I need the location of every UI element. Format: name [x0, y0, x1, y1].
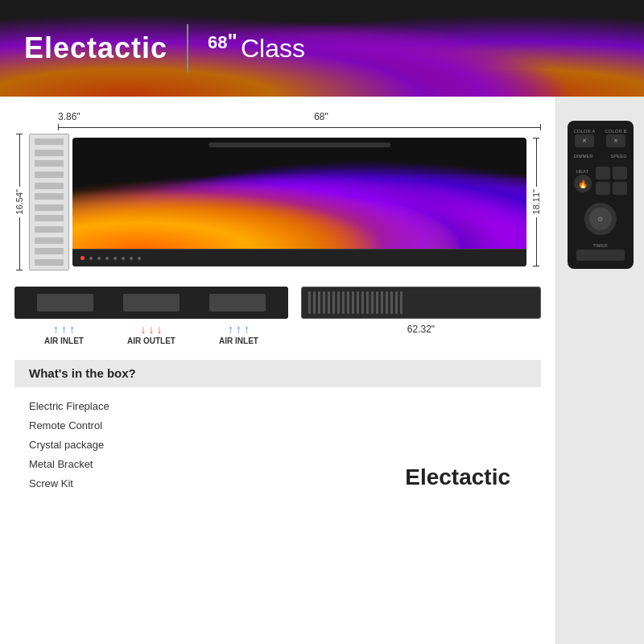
color-a-label: COLOR A [574, 129, 596, 134]
slot [35, 183, 64, 189]
control-dot [130, 257, 133, 260]
control-dot [105, 257, 109, 260]
timer-label: TIMER [592, 243, 608, 248]
airflow-labels: ↑ ↑ ↑ AIR INLET ↓ ↓ ↓ AIR OUTLET [14, 324, 288, 345]
vent-line [318, 291, 320, 314]
size-number: 68 [208, 32, 227, 52]
vent-line [390, 291, 393, 314]
remote-dimmer-speed-row: DIMMER SPEED [574, 154, 627, 159]
heat-label: HEAT [576, 169, 589, 174]
list-item: Electric Fireplace [29, 397, 109, 416]
right-height-dim: 18.11" [531, 138, 541, 266]
remote-color-row: COLOR A ✕ COLOR B ✕ [574, 129, 627, 147]
box-section-header: What's in the box? [14, 360, 541, 387]
arrows-up-left: ↑ ↑ ↑ [53, 324, 75, 335]
dimension-bracket-top [14, 124, 541, 130]
class-label: Class [241, 34, 305, 64]
air-inlet-right: ↑ ↑ ↑ AIR INLET [219, 324, 258, 345]
brand-name: Electactic [24, 31, 167, 65]
speed-btn-2[interactable] [613, 167, 627, 180]
color-b-label: COLOR B [605, 129, 626, 134]
arrow-up-icon: ↑ [228, 324, 233, 335]
slot [35, 160, 64, 167]
remote-panel: COLOR A ✕ COLOR B ✕ DIMMER SPEED [555, 97, 644, 644]
control-dot [122, 257, 125, 260]
air-outlet-label: AIR OUTLET [127, 336, 175, 345]
slot [35, 237, 64, 244]
arrow-up-icon: ↑ [244, 324, 250, 335]
control-dot [138, 257, 141, 260]
width-label: 68" [101, 111, 541, 122]
main-content: 3.86" 68" 16.54" [0, 97, 644, 644]
model-size: 68" [208, 27, 237, 71]
vent-line [313, 291, 316, 314]
brand-watermark: Electactic [405, 464, 526, 493]
front-view-diagram: ↑ ↑ ↑ AIR INLET ↓ ↓ ↓ AIR OUTLET [14, 287, 288, 345]
back-bar [301, 287, 541, 319]
remote-control: COLOR A ✕ COLOR B ✕ DIMMER SPEED [568, 121, 634, 269]
control-dot [114, 257, 117, 260]
vent-line [323, 291, 325, 314]
header-divider [187, 24, 188, 72]
remote-heat-row: HEAT 🔥 [574, 167, 627, 195]
back-view-diagram: 62.32" [301, 287, 541, 335]
vent-line [376, 291, 378, 314]
side-panel [29, 134, 69, 270]
vent-line [366, 291, 369, 314]
air-inlet-left-label: AIR INLET [44, 336, 84, 345]
bar-slot [209, 294, 266, 312]
vent-line [357, 291, 359, 314]
depth-label: 3.86" [58, 111, 101, 122]
speed-buttons [596, 167, 627, 195]
list-item: Screw Kit [29, 474, 109, 493]
vent-line [400, 291, 402, 314]
arrow-up-icon: ↑ [53, 324, 59, 335]
back-width-label: 62.32" [301, 324, 541, 335]
fireplace-diagram-wrapper: 16.54" [14, 134, 541, 270]
product-section: 3.86" 68" 16.54" [0, 97, 555, 644]
air-outlet: ↓ ↓ ↓ AIR OUTLET [127, 324, 175, 345]
control-dot [89, 257, 93, 260]
timer-button[interactable] [576, 250, 625, 261]
heat-button[interactable]: 🔥 [574, 175, 592, 192]
left-height-dim: 16.54" [14, 134, 24, 270]
air-inlet-left: ↑ ↑ ↑ AIR INLET [44, 324, 84, 345]
box-title: What's in the box? [29, 366, 136, 380]
vent-line [361, 291, 364, 314]
vent-line [337, 291, 340, 314]
list-item: Remote Control [29, 416, 109, 436]
slot [35, 193, 64, 200]
color-a-button[interactable]: ✕ [575, 134, 594, 147]
arrows-down: ↓ ↓ ↓ [140, 324, 162, 335]
speed-btn-3[interactable] [596, 182, 610, 195]
total-height-label: 18.11" [531, 189, 541, 214]
vent-line [381, 291, 383, 314]
color-b-button[interactable]: ✕ [606, 134, 625, 147]
vent-line [342, 291, 345, 314]
arrow-up-icon: ↑ [61, 324, 67, 335]
slot [35, 171, 64, 178]
center-power-button[interactable]: ⚙ [584, 203, 617, 235]
control-dot [97, 257, 101, 260]
slot [35, 226, 64, 233]
box-items-list: Electric Fireplace Remote Control Crysta… [29, 397, 109, 493]
arrow-down-icon: ↓ [148, 324, 154, 335]
size-suffix: " [228, 29, 237, 53]
list-item: Metal Bracket [29, 455, 109, 474]
color-a-group: COLOR A ✕ [574, 129, 596, 147]
arrow-up-icon: ↑ [69, 324, 75, 335]
speed-btn-1[interactable] [596, 167, 610, 180]
slot [35, 259, 64, 266]
led-dot [80, 256, 85, 260]
color-b-group: COLOR B ✕ [605, 129, 626, 147]
slot [35, 138, 64, 145]
bottom-diagrams: ↑ ↑ ↑ AIR INLET ↓ ↓ ↓ AIR OUTLET [14, 287, 541, 345]
vent-line [371, 291, 374, 314]
slot [35, 215, 64, 221]
slot [35, 248, 64, 254]
speed-btn-4[interactable] [613, 182, 627, 195]
list-item: Crystal package [29, 436, 109, 455]
top-vent [208, 142, 390, 147]
arrow-down-icon: ↓ [156, 324, 162, 335]
speed-label: SPEED [610, 154, 626, 159]
